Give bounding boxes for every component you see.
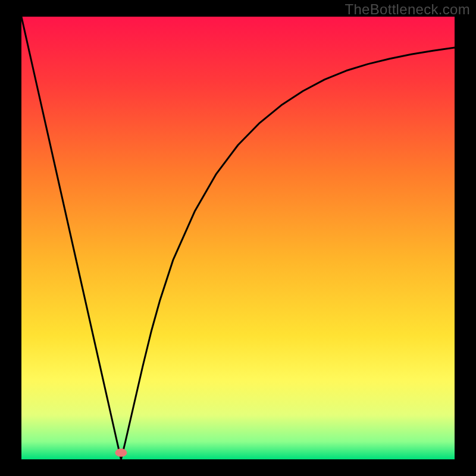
chart-plot-area xyxy=(21,17,455,459)
watermark-label: TheBottleneck.com xyxy=(345,1,470,18)
bottleneck-chart xyxy=(0,0,476,476)
chart-marker xyxy=(115,449,127,457)
chart-container: TheBottleneck.com xyxy=(0,0,476,476)
